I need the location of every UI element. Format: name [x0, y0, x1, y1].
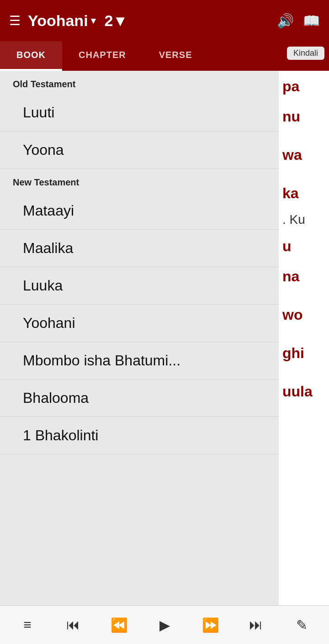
tab-book[interactable]: BOOK — [0, 41, 62, 71]
menu-icon[interactable]: ☰ — [9, 13, 21, 28]
list-item-yoohani[interactable]: Yoohani — [0, 305, 279, 342]
playlist-icon[interactable]: ≡ — [14, 611, 41, 639]
book-title: Yoohani — [28, 12, 88, 30]
background-content: pa nu wa ka . Ku u na wo ghi uula — [279, 71, 329, 644]
bg-snippet-5: . Ku — [282, 212, 325, 227]
tab-verse[interactable]: VERSE — [143, 41, 209, 71]
app-header: ☰ Yoohani ▾ 2 ▾ 🔊 📖 — [0, 0, 329, 41]
book-dropdown-panel: Old Testament Luuti Yoona New Testament … — [0, 71, 279, 454]
list-item-mataayi[interactable]: Mataayi — [0, 192, 279, 230]
skip-back-icon[interactable]: ⏮ — [59, 611, 87, 639]
list-item-maalika[interactable]: Maalika — [0, 230, 279, 267]
list-item-yoona[interactable]: Yoona — [0, 132, 279, 169]
play-button[interactable]: ▶ — [151, 611, 178, 639]
bg-snippet-10: uula — [282, 380, 325, 402]
bg-snippet-7: na — [282, 265, 325, 287]
book-dropdown-arrow: ▾ — [91, 15, 96, 26]
header-icons: 🔊 📖 — [277, 13, 320, 29]
book-open-icon[interactable]: 📖 — [303, 13, 320, 29]
chapter-number: 2 — [105, 12, 113, 30]
chapter-dropdown-arrow: ▾ — [116, 11, 124, 30]
bottom-toolbar: ≡ ⏮ ⏪ ▶ ⏩ ⏭ ✎ — [0, 605, 329, 644]
book-selector[interactable]: Yoohani ▾ — [28, 12, 96, 30]
section-old-testament: Old Testament — [0, 71, 279, 94]
list-item-bhalooma[interactable]: Bhalooma — [0, 380, 279, 417]
list-item-luuti[interactable]: Luuti — [0, 94, 279, 132]
bg-snippet-2: nu — [282, 106, 325, 127]
section-new-testament: New Testament — [0, 169, 279, 192]
kindali-badge[interactable]: Kindali — [287, 47, 324, 60]
tab-chapter[interactable]: CHAPTER — [62, 41, 143, 71]
rewind-icon[interactable]: ⏪ — [105, 611, 133, 639]
tab-bar: BOOK CHAPTER VERSE Kindali — [0, 41, 329, 71]
list-item-bhakolinti[interactable]: 1 Bhakolinti — [0, 417, 279, 454]
edit-icon[interactable]: ✎ — [288, 611, 315, 639]
bg-snippet-3: wa — [282, 144, 325, 166]
list-item-mbombo[interactable]: Mbombo isha Bhatumi... — [0, 342, 279, 380]
bg-snippet-4: ka — [282, 182, 325, 204]
volume-icon[interactable]: 🔊 — [277, 13, 294, 29]
bg-snippet-8: wo — [282, 304, 325, 326]
fast-forward-icon[interactable]: ⏩ — [196, 611, 224, 639]
chapter-selector[interactable]: 2 ▾ — [105, 11, 124, 30]
bg-snippet-9: ghi — [282, 342, 325, 364]
bg-snippet-6: u — [282, 235, 325, 257]
skip-forward-icon[interactable]: ⏭ — [242, 611, 270, 639]
bg-snippet-1: pa — [282, 75, 325, 97]
list-item-luuka[interactable]: Luuka — [0, 267, 279, 305]
